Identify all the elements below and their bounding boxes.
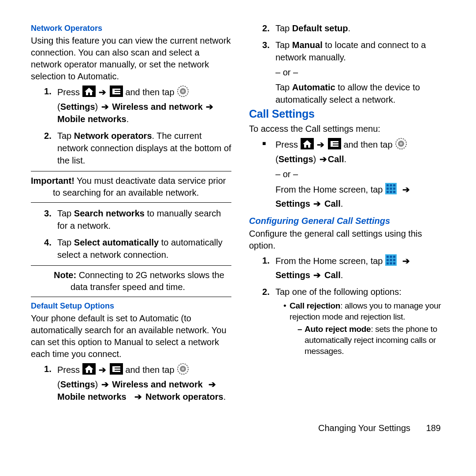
gear-icon xyxy=(395,138,407,153)
cstep2-sub: Call rejection: allows you to manage you… xyxy=(275,301,450,357)
heading-default-setup: Default Setup Options xyxy=(31,301,231,311)
network-steps-2: Tap Search networks to manually search f… xyxy=(31,207,231,261)
heading-configuring: Configuring General Call Settings xyxy=(249,216,450,226)
page-content: Network Operators Using this feature you… xyxy=(0,0,476,423)
apps-icon xyxy=(385,254,397,269)
footer-section: Changing Your Settings xyxy=(318,423,410,433)
note-2g: Note: Connecting to 2G networks slows th… xyxy=(31,265,231,297)
arrow-icon: ➔ xyxy=(99,86,106,98)
step-3: Tap Search networks to manually search f… xyxy=(44,207,231,232)
important-note: Important! You must deactivate data serv… xyxy=(31,171,231,203)
network-steps-1: Press ➔ and then tap (Settings) ➔ Wirele… xyxy=(31,85,231,167)
cstep-2: Tap one of the following options: Call r… xyxy=(262,286,450,357)
dstep-2: Tap Default setup. xyxy=(262,22,450,34)
dash-list: Auto reject mode: sets the phone to auto… xyxy=(290,324,450,357)
dstep-3: Tap Manual to locate and connect to a ne… xyxy=(262,39,450,106)
dash-auto-reject: Auto reject mode: sets the phone to auto… xyxy=(298,324,450,357)
heading-network-operators: Network Operators xyxy=(31,24,231,33)
page-footer: Changing Your Settings 189 xyxy=(0,423,476,433)
step-1: Press ➔ and then tap (Settings) ➔ Wirele… xyxy=(44,85,231,125)
gear-icon xyxy=(177,85,189,100)
sub-call-rejection: Call rejection: allows you to manage you… xyxy=(283,301,450,357)
call-bullet: Press ➔ and then tap (Settings) ➔Call. –… xyxy=(249,138,450,210)
menu-icon xyxy=(110,363,123,378)
default-setup-text: Your phone default is set to Automatic (… xyxy=(31,312,231,360)
menu-icon xyxy=(110,86,123,100)
home-icon xyxy=(82,363,96,378)
step-2: Tap Network operators. The current netwo… xyxy=(44,130,231,167)
footer-page: 189 xyxy=(426,423,441,433)
cstep-1: From the Home screen, tap ➔ Settings ➔ C… xyxy=(262,254,450,281)
apps-icon xyxy=(385,183,397,197)
step-4: Tap Select automatically to automaticall… xyxy=(44,236,231,261)
gear-icon xyxy=(177,363,189,378)
home-icon xyxy=(301,138,314,152)
menu-icon xyxy=(328,138,341,152)
call-bullet-item: Press ➔ and then tap (Settings) ➔Call. –… xyxy=(262,138,450,210)
conf-steps: From the Home screen, tap ➔ Settings ➔ C… xyxy=(249,254,450,357)
conf-text: Configure the general call settings usin… xyxy=(249,228,450,252)
network-operators-intro: Using this feature you can view the curr… xyxy=(31,35,231,82)
call-intro: To access the Call settings menu: xyxy=(249,123,450,135)
home-icon xyxy=(82,86,96,100)
dstep-1: Press ➔ and then tap (Settings) ➔ Wirele… xyxy=(44,363,231,403)
heading-call-settings: Call Settings xyxy=(249,108,450,120)
